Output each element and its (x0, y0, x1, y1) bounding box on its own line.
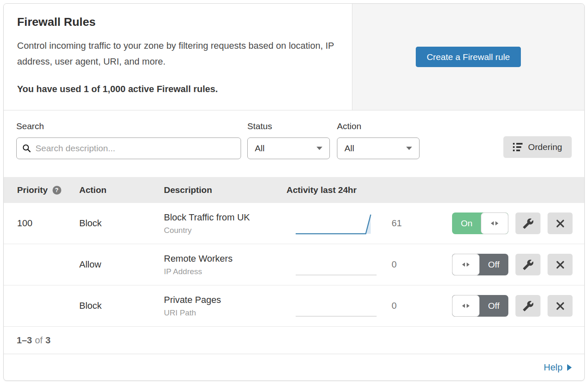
priority-value: 100 (4, 218, 79, 229)
row-controls: Off (452, 254, 573, 275)
status-label: Status (247, 121, 330, 131)
create-firewall-rule-button[interactable]: Create a Firewall rule (416, 47, 521, 67)
rule-enabled-toggle[interactable]: On (452, 212, 508, 234)
action-value: Allow (79, 259, 164, 270)
search-input[interactable] (35, 143, 235, 153)
column-description: Description (164, 185, 286, 195)
drag-handle-icon (495, 221, 498, 225)
search-label: Search (16, 121, 241, 131)
page-title: Firewall Rules (17, 15, 339, 29)
chevron-right-icon (567, 364, 572, 371)
rule-enabled-toggle[interactable]: Off (452, 254, 508, 275)
filter-bar: Search Status All Action All (4, 110, 584, 177)
drag-handle-icon (462, 304, 465, 308)
description-cell: Remote Workers IP Address (164, 253, 286, 276)
action-value: Block (79, 218, 164, 229)
toggle-state-label: Off (479, 254, 508, 275)
pagination-of: of (35, 335, 43, 346)
rule-enabled-toggle[interactable]: Off (452, 295, 508, 317)
rule-match-type: Country (164, 226, 286, 235)
rule-description: Block Traffic from UK (164, 212, 286, 223)
activity-cell: 0 Off (286, 252, 584, 277)
help-bar: Help (4, 354, 584, 380)
activity-sparkline (295, 294, 377, 318)
description-cell: Block Traffic from UK Country (164, 212, 286, 235)
activity-sparkline (295, 252, 377, 277)
ordering-wrap: Ordering (503, 121, 572, 158)
search-box (16, 138, 241, 159)
activity-count: 61 (392, 218, 410, 229)
action-value: Block (79, 300, 164, 311)
table-row: Allow Remote Workers IP Address 0 Off (4, 244, 584, 285)
delete-rule-button[interactable] (548, 212, 573, 234)
toggle-state-label: On (452, 212, 481, 234)
help-link[interactable]: Help (544, 362, 572, 373)
delete-rule-button[interactable] (548, 254, 573, 275)
close-icon (555, 260, 565, 270)
help-link-label: Help (544, 362, 563, 373)
activity-cell: 0 Off (286, 294, 584, 318)
delete-rule-button[interactable] (548, 295, 573, 317)
firewall-rules-panel: Firewall Rules Control incoming traffic … (3, 3, 585, 381)
table-row: 100 Block Block Traffic from UK Country … (4, 203, 584, 244)
drag-handle-icon (491, 221, 494, 225)
action-select[interactable]: All (337, 138, 420, 159)
page-description: Control incoming traffic to your zone by… (17, 38, 339, 70)
toggle-knob[interactable] (452, 254, 480, 275)
row-controls: Off (452, 295, 573, 317)
search-icon (22, 144, 31, 153)
drag-handle-icon (467, 262, 470, 267)
search-filter-group: Search (16, 121, 241, 159)
rule-match-type: IP Address (164, 267, 286, 276)
pagination-total: 3 (45, 335, 50, 346)
edit-rule-button[interactable] (515, 295, 540, 317)
ordering-button-label: Ordering (528, 142, 562, 152)
description-cell: Private Pages URI Path (164, 295, 286, 318)
toggle-knob[interactable] (481, 212, 508, 234)
chevron-down-icon (406, 147, 412, 150)
pagination-bar: 1–3 of 3 (4, 327, 584, 354)
wrench-icon (523, 218, 534, 229)
close-icon (555, 301, 565, 311)
pagination-range: 1–3 (17, 335, 32, 346)
rule-description: Remote Workers (164, 253, 286, 264)
header-section: Firewall Rules Control incoming traffic … (4, 4, 584, 110)
wrench-icon (523, 300, 534, 312)
column-priority: Priority ? (4, 185, 79, 195)
ordered-list-icon (513, 143, 523, 151)
action-selected-value: All (344, 143, 354, 153)
edit-rule-button[interactable] (515, 254, 540, 275)
action-label: Action (337, 121, 420, 131)
priority-header-label: Priority (17, 185, 48, 195)
activity-cell: 61 On (286, 211, 584, 235)
chevron-down-icon (317, 147, 322, 150)
activity-count: 0 (392, 259, 410, 270)
edit-rule-button[interactable] (515, 212, 540, 234)
activity-count: 0 (392, 300, 410, 311)
toggle-knob[interactable] (452, 295, 480, 317)
status-selected-value: All (255, 143, 264, 153)
ordering-button[interactable]: Ordering (503, 136, 572, 158)
header-action-panel: Create a Firewall rule (352, 4, 584, 110)
column-activity: Activity last 24hr (286, 185, 584, 195)
usage-summary: You have used 1 of 1,000 active Firewall… (17, 84, 339, 95)
rule-description: Private Pages (164, 295, 286, 305)
table-row: Block Private Pages URI Path 0 Off (4, 285, 584, 327)
status-filter-group: Status All (247, 121, 330, 159)
drag-handle-icon (462, 262, 465, 267)
drag-handle-icon (467, 304, 470, 308)
help-circle-icon[interactable]: ? (53, 186, 61, 195)
activity-sparkline (295, 211, 377, 235)
status-select[interactable]: All (247, 138, 330, 159)
close-icon (555, 218, 565, 229)
row-controls: On (452, 212, 573, 234)
action-filter-group: Action All (337, 121, 420, 159)
rule-match-type: URI Path (164, 308, 286, 318)
wrench-icon (523, 259, 534, 270)
toggle-state-label: Off (479, 295, 508, 317)
column-action: Action (79, 185, 164, 195)
header-text-block: Firewall Rules Control incoming traffic … (4, 4, 352, 110)
table-header: Priority ? Action Description Activity l… (4, 177, 584, 203)
